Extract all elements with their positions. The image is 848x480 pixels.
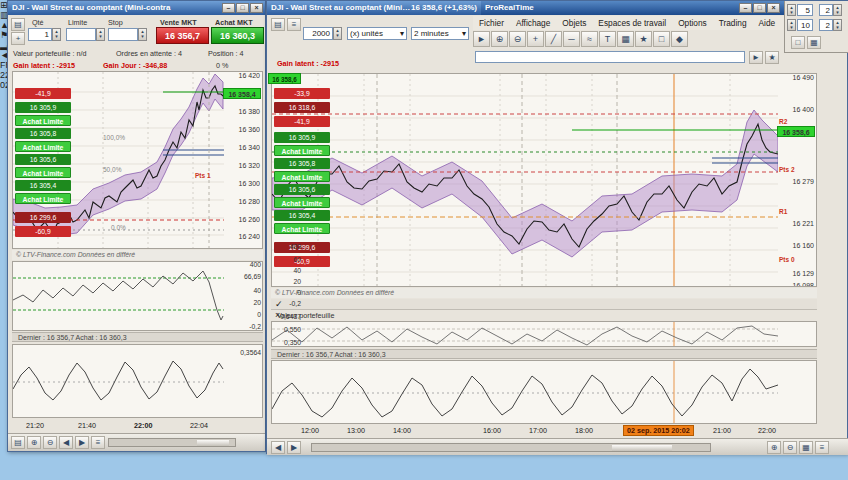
right-indicator-band: Dernier : 16 356,7 Achat : 16 360,3 [271, 349, 817, 359]
order-label[interactable]: Achat Limite [15, 141, 71, 152]
instrument-search-input[interactable] [475, 51, 745, 63]
zoom-out-icon[interactable]: ⊖ [783, 441, 797, 454]
desktop: DJI - Wall Street au comptant (Mini-cont… [0, 0, 848, 480]
right-horizontal-scrollbar[interactable] [311, 443, 711, 452]
order-label[interactable]: Achat Limite [15, 115, 71, 126]
units-dropdown[interactable]: (x) unités▾ [347, 27, 407, 40]
order-settings-icon[interactable]: + [11, 32, 25, 45]
size1b-stepper[interactable]: ▴▾ [833, 4, 842, 16]
maximize-button[interactable]: □ [236, 3, 249, 13]
watchlist-icon[interactable]: ★ [765, 51, 779, 64]
indicator-close-icon[interactable]: × [275, 310, 817, 321]
oscillator-pane[interactable] [271, 360, 817, 424]
left-price-chart[interactable]: -41,916 305,9Achat Limite16 305,8Achat L… [12, 71, 263, 249]
size1-stepper[interactable]: ▴▾ [787, 4, 796, 16]
order-label[interactable]: 16 305,8 [15, 128, 71, 139]
crosshair-icon[interactable]: + [527, 31, 544, 47]
menu-item[interactable]: Objets [556, 16, 592, 30]
left-chart-window: DJI - Wall Street au comptant (Mini-cont… [7, 0, 266, 452]
contracts-field[interactable]: 2000 [303, 27, 333, 40]
scroll-right-icon[interactable]: ▶ [287, 441, 301, 454]
indicator-axis-tick: -0,2 [263, 300, 301, 307]
size1-field[interactable]: 5 [797, 4, 813, 16]
size2b-field[interactable]: 2 [819, 19, 833, 31]
horizontal-line-icon[interactable]: ─ [563, 31, 580, 47]
quantity-stepper[interactable]: ▴▾ [52, 28, 61, 41]
limit-price-field[interactable] [66, 28, 96, 41]
order-label[interactable]: -41,9 [15, 88, 71, 99]
menu-item[interactable]: Fichier [473, 16, 510, 30]
cursor-icon[interactable]: ► [473, 31, 490, 47]
buy-market-button[interactable]: 16 360,3 [211, 27, 264, 44]
text-icon[interactable]: T [599, 31, 616, 47]
stop-stepper[interactable]: ▴▾ [138, 28, 147, 41]
search-go-icon[interactable]: ► [749, 51, 763, 64]
size2-field[interactable]: 10 [797, 19, 813, 31]
favorites-icon[interactable]: ★ [635, 31, 652, 47]
contracts-stepper[interactable]: ▴▾ [333, 27, 342, 40]
scroll-left-icon[interactable]: ◀ [271, 441, 285, 454]
fit-chart-icon[interactable]: ▦ [799, 441, 813, 454]
zoom-in-icon[interactable]: ⊕ [491, 31, 508, 47]
scrollbar-thumb[interactable] [612, 445, 672, 451]
menu-item[interactable]: Trading [713, 16, 753, 30]
main-window-titlebar[interactable]: ProRealTime –□× [481, 1, 784, 15]
rectangle-icon[interactable]: □ [653, 31, 670, 47]
right-price-chart[interactable]: -33,916 318,6-41,916 305,9Achat Limite16… [271, 73, 817, 287]
timeframe-dropdown[interactable]: 2 minutes▾ [411, 27, 469, 40]
menu-item[interactable]: Options [672, 16, 713, 30]
fibonacci-level-label: 100,0% [103, 134, 125, 141]
size1b-field[interactable]: 2 [819, 4, 833, 16]
trendline-icon[interactable]: ╱ [545, 31, 562, 47]
quantity-field[interactable]: 1 [28, 28, 52, 41]
rsi-pane[interactable] [271, 321, 817, 347]
scroll-right-icon[interactable]: ▶ [75, 436, 89, 449]
order-ticket-icon[interactable]: ▤ [11, 18, 25, 31]
price-axis-tick: 16 340 [224, 144, 260, 151]
menu-item[interactable]: Affichage [510, 16, 556, 30]
minimize-button[interactable]: – [222, 3, 235, 13]
gain-day: Gain Jour : -346,88 [103, 61, 167, 70]
maximize-button[interactable]: □ [753, 3, 766, 13]
lock-icon[interactable]: □ [791, 36, 805, 49]
order-label[interactable]: 16 305,6 [15, 154, 71, 165]
chart-menu-icon[interactable]: ≡ [815, 441, 829, 454]
indicator-axis-tick: 400 [223, 261, 261, 268]
limit-stepper[interactable]: ▴▾ [96, 28, 105, 41]
layout-icon[interactable]: ▦ [807, 36, 821, 49]
scroll-left-icon[interactable]: ◀ [59, 436, 73, 449]
left-horizontal-scrollbar[interactable] [108, 438, 236, 447]
order-label[interactable]: 16 299,6 [15, 212, 71, 223]
indicator-axis-tick: -0,2 [223, 323, 261, 330]
price-axis-tick: 16 400 [778, 106, 814, 113]
indicator-axis-tick: 0,6437 [263, 313, 301, 320]
sell-market-button[interactable]: 16 356,7 [156, 27, 209, 44]
size2b-stepper[interactable]: ▴▾ [833, 19, 842, 31]
options-icon[interactable]: ≡ [91, 436, 105, 449]
close-button[interactable]: × [767, 3, 780, 13]
menu-item[interactable]: Aide [753, 16, 782, 30]
zoom-out-icon[interactable]: ⊖ [509, 31, 526, 47]
menu-item[interactable]: Espaces de travail [592, 16, 672, 30]
indicator-icon[interactable]: ▦ [617, 31, 634, 47]
settings-icon[interactable]: ◆ [671, 31, 688, 47]
order-label[interactable]: Achat Limite [15, 167, 71, 178]
zoom-in-icon[interactable]: ⊕ [767, 441, 781, 454]
zoom-in-icon[interactable]: ⊕ [27, 436, 41, 449]
stop-price-field[interactable] [108, 28, 138, 41]
left-window-titlebar[interactable]: DJI - Wall Street au comptant (Mini-cont… [8, 1, 265, 15]
close-button[interactable]: × [250, 3, 263, 13]
fibonacci-icon[interactable]: ≈ [581, 31, 598, 47]
order-label[interactable]: 16 305,9 [15, 102, 71, 113]
indicator-checkbox-icon[interactable]: ✓ [275, 299, 817, 310]
size2-stepper[interactable]: ▴▾ [787, 19, 796, 31]
order-label[interactable]: 16 305,4 [15, 180, 71, 191]
fibonacci-level-label: 0,0% [111, 224, 126, 231]
order-label[interactable]: -60,9 [15, 226, 71, 237]
scrollbar-thumb[interactable] [197, 440, 229, 446]
minimize-button[interactable]: – [739, 3, 752, 13]
time-axis-tick: 12:00 [301, 426, 319, 435]
chart-list-icon[interactable]: ▤ [11, 436, 25, 449]
zoom-out-icon[interactable]: ⊖ [43, 436, 57, 449]
order-label[interactable]: Achat Limite [15, 193, 71, 204]
